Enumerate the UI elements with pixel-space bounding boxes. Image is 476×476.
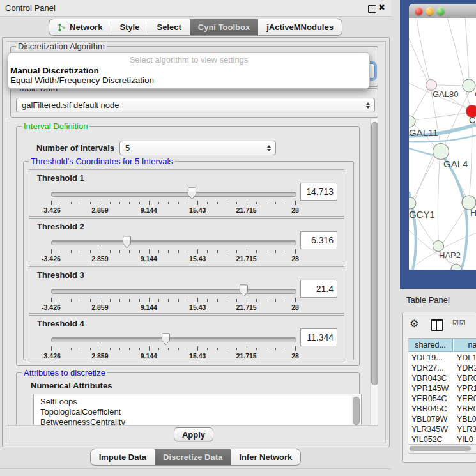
threshold-slider[interactable]: -3.4262.8599.14415.4321.71528 xyxy=(38,187,289,216)
network-node-gal4[interactable] xyxy=(433,144,449,160)
tab-infer-network[interactable]: Infer Network xyxy=(231,449,300,465)
tab-label: Style xyxy=(119,22,139,32)
select-columns-icon[interactable]: ☑☑ xyxy=(452,319,466,327)
table-column-header[interactable]: na xyxy=(454,339,476,352)
threshold-slider[interactable]: -3.4262.8599.14415.4321.71528 xyxy=(38,332,289,362)
tab-jactivemnodules[interactable]: jActiveMNodules xyxy=(258,19,342,35)
slider-scale-label: 28 xyxy=(291,206,299,214)
settings-vertical-scrollbar[interactable] xyxy=(370,119,378,426)
tab-cyni-toolbox[interactable]: Cyni Toolbox xyxy=(190,19,258,35)
slider-track[interactable] xyxy=(51,192,296,197)
table-cell[interactable]: YIL0 xyxy=(454,434,476,445)
slider-tick xyxy=(247,201,247,205)
columns-icon[interactable] xyxy=(431,319,443,331)
algorithm-option-2[interactable]: Equal Width/Frequency Discretization xyxy=(10,75,154,85)
slider-scale-label: 28 xyxy=(291,352,299,360)
number-of-intervals-combobox[interactable]: 5 xyxy=(119,141,276,155)
apply-button[interactable]: Apply xyxy=(174,427,213,441)
slider-tick xyxy=(207,250,208,253)
attributes-list-scrollbar[interactable] xyxy=(352,395,360,426)
network-edge[interactable] xyxy=(437,85,463,86)
slider-tick xyxy=(158,299,159,302)
tab-style[interactable]: Style xyxy=(111,19,148,35)
table-cell[interactable]: YDR27... xyxy=(408,363,453,373)
close-icon[interactable]: ✖ xyxy=(378,3,385,12)
slider-track[interactable] xyxy=(51,337,296,342)
slider-track[interactable] xyxy=(51,289,296,294)
table-cell[interactable]: YLR3 xyxy=(454,424,476,434)
threshold-value-field[interactable]: 14.713 xyxy=(300,183,337,201)
slider-scale-label: 15.43 xyxy=(189,352,206,360)
attribute-item[interactable]: SelfLoops xyxy=(40,397,77,406)
table-cell[interactable]: YER0 xyxy=(454,394,476,404)
slider-handle[interactable] xyxy=(122,236,132,251)
network-node[interactable] xyxy=(451,264,461,270)
tab-impute-data[interactable]: Impute Data xyxy=(91,449,155,465)
threshold-slider[interactable]: -3.4262.8599.14415.4321.71528 xyxy=(38,235,289,265)
tab-discretize-data[interactable]: Discretize Data xyxy=(155,449,231,465)
float-window-icon[interactable] xyxy=(368,5,376,13)
slider-tick xyxy=(207,348,208,350)
network-canvas[interactable]: GAL80GACGAL11GAL4GCY1HHAP2 xyxy=(409,18,476,270)
table-cell[interactable]: YBR0 xyxy=(454,373,476,383)
slider-tick xyxy=(119,348,120,350)
attribute-item[interactable]: BetweennessCentrality xyxy=(40,417,125,426)
threshold-value-field[interactable]: 6.316 xyxy=(300,231,337,249)
network-edge[interactable] xyxy=(413,89,428,116)
network-window-titlebar[interactable] xyxy=(409,4,476,19)
table-cell[interactable]: YIL052C xyxy=(408,434,453,445)
table-cell[interactable]: YDL1 xyxy=(454,353,476,363)
table-cell[interactable]: YDL19... xyxy=(408,353,453,363)
network-edge[interactable] xyxy=(413,157,435,199)
network-edge[interactable] xyxy=(409,148,434,155)
slider-track[interactable] xyxy=(51,240,296,245)
threshold-value-field[interactable]: 11.344 xyxy=(300,328,337,346)
slider-handle[interactable] xyxy=(239,284,249,300)
algorithm-option-1[interactable]: Manual Discretization xyxy=(10,66,99,75)
network-node-gal11[interactable] xyxy=(409,116,415,127)
network-node-gcy1[interactable] xyxy=(409,197,416,209)
table-cell[interactable]: YLR345W xyxy=(408,424,453,434)
gear-icon[interactable]: ⚙ xyxy=(410,318,418,330)
slider-scale-label: 28 xyxy=(291,303,299,311)
network-edge[interactable] xyxy=(470,118,472,196)
threshold-value-field[interactable]: 21.4 xyxy=(300,280,337,298)
mac-minimize-button[interactable] xyxy=(426,7,434,15)
table-cell[interactable]: YBL079W xyxy=(408,414,453,424)
network-edge[interactable] xyxy=(438,160,440,240)
slider-tick xyxy=(266,299,266,302)
algorithm-prompt-item[interactable]: Select algorithm to view settings xyxy=(8,55,369,65)
slider-handle[interactable] xyxy=(187,187,197,203)
slider-tick xyxy=(217,299,218,302)
table-data-combobox[interactable]: galFiltered.sif default node xyxy=(16,98,375,112)
network-node-gal80[interactable] xyxy=(426,80,437,91)
table-cell[interactable]: YBR0 xyxy=(454,404,476,414)
network-edge[interactable] xyxy=(443,208,465,243)
tab-network[interactable]: Network xyxy=(49,19,111,35)
table-cell[interactable]: YBR045C xyxy=(408,404,453,414)
attribute-item[interactable]: TopologicalCoefficient xyxy=(40,407,121,417)
table-cell[interactable]: YER054C xyxy=(408,394,453,404)
slider-tick xyxy=(286,299,286,302)
table-cell[interactable]: YPR145W xyxy=(408,383,453,394)
node-table[interactable]: shared...naYDL19...YDL1YDR27...YDR2YBR04… xyxy=(408,338,476,445)
table-column-header[interactable]: shared... xyxy=(408,339,453,352)
attributes-listbox[interactable]: SelfLoopsTopologicalCoefficientBetweenne… xyxy=(33,394,362,426)
network-node-hap2[interactable] xyxy=(433,241,444,252)
table-cell[interactable]: YBR043C xyxy=(408,373,453,383)
network-view-window[interactable]: GAL80GACGAL11GAL4GCY1HHAP2 xyxy=(400,0,476,289)
network-edge[interactable] xyxy=(465,18,469,79)
table-horizontal-scrollbar[interactable] xyxy=(408,444,476,454)
table-cell[interactable]: YBL0 xyxy=(454,414,476,424)
table-cell[interactable]: YDR2 xyxy=(454,363,476,373)
slider-handle[interactable] xyxy=(161,333,171,348)
slider-tick xyxy=(139,299,140,302)
mac-close-button[interactable] xyxy=(415,7,423,15)
tab-select[interactable]: Select xyxy=(148,19,189,35)
mac-zoom-button[interactable] xyxy=(436,7,445,15)
network-node-ga[interactable] xyxy=(463,79,475,92)
threshold-slider[interactable]: -3.4262.8599.14415.4321.71528 xyxy=(38,284,289,313)
slider-tick xyxy=(110,250,111,253)
table-cell[interactable]: YPR1 xyxy=(454,383,476,394)
slider-tick xyxy=(129,299,130,302)
